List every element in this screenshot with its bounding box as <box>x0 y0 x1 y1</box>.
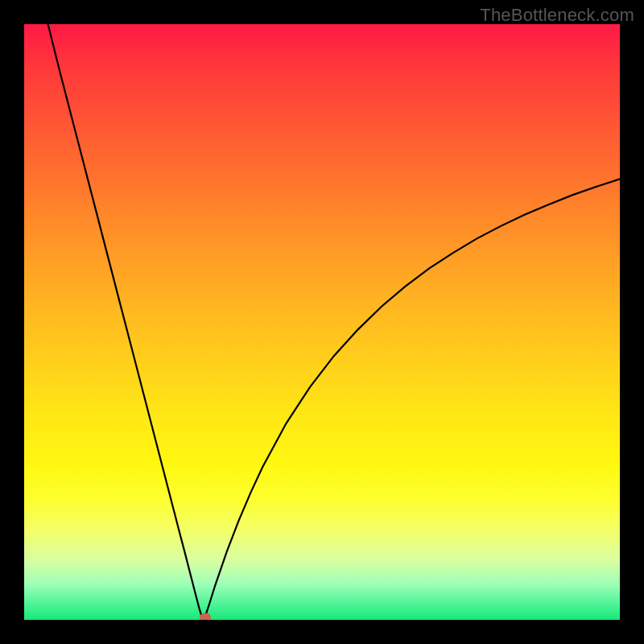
chart-frame: TheBottleneck.com <box>0 0 644 644</box>
watermark-text: TheBottleneck.com <box>480 5 634 26</box>
minimum-marker <box>200 613 211 620</box>
plot-area <box>24 24 620 620</box>
bottleneck-curve <box>24 24 620 620</box>
